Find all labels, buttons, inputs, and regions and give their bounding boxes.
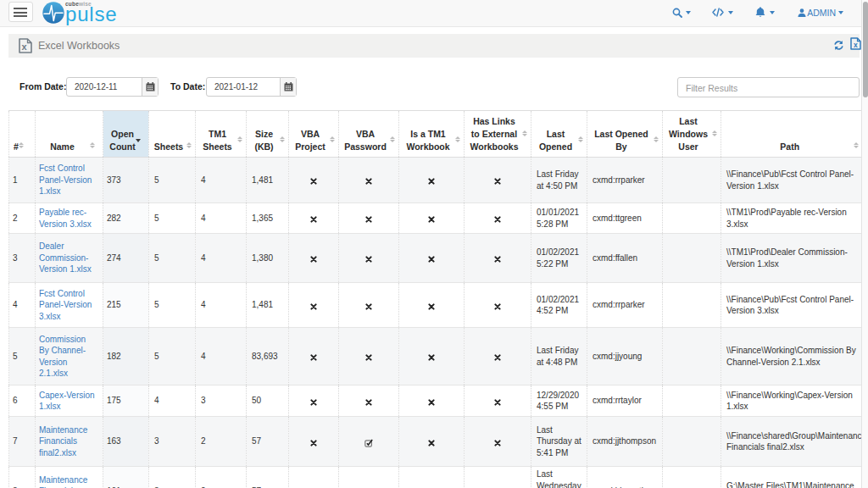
svg-text:x: x [854,41,858,49]
svg-text:x: x [22,42,28,52]
